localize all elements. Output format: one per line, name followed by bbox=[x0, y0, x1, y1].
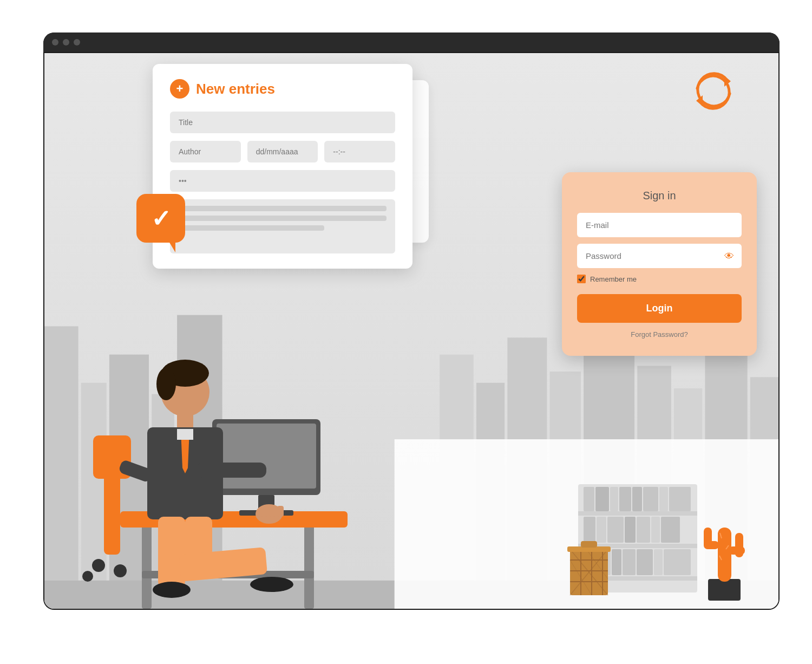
check-bubble: ✓ bbox=[136, 194, 185, 243]
svg-rect-57 bbox=[632, 487, 642, 511]
new-entries-title: New entries bbox=[196, 81, 275, 97]
remember-label: Remember me bbox=[590, 275, 637, 283]
svg-rect-35 bbox=[196, 463, 266, 478]
svg-rect-0 bbox=[44, 326, 78, 609]
password-signin-input[interactable] bbox=[577, 244, 742, 268]
svg-rect-56 bbox=[619, 487, 631, 511]
author-date-row bbox=[170, 141, 395, 162]
eye-icon[interactable]: 👁 bbox=[724, 250, 734, 262]
browser-content: + New entries bbox=[44, 53, 778, 609]
signin-title: Sign in bbox=[577, 190, 742, 202]
svg-rect-55 bbox=[610, 487, 618, 511]
svg-rect-38 bbox=[269, 505, 276, 517]
browser-dot-3 bbox=[74, 39, 80, 45]
trash-illustration bbox=[562, 533, 616, 603]
browser-dot-2 bbox=[63, 39, 69, 45]
svg-rect-39 bbox=[277, 506, 284, 517]
svg-rect-66 bbox=[651, 517, 660, 543]
svg-rect-64 bbox=[625, 517, 636, 543]
svg-rect-21 bbox=[304, 522, 314, 609]
svg-rect-72 bbox=[637, 549, 653, 575]
sync-icon-container bbox=[692, 69, 735, 115]
browser-titlebar bbox=[43, 32, 780, 52]
svg-rect-20 bbox=[142, 522, 152, 609]
svg-rect-59 bbox=[659, 487, 668, 511]
svg-rect-50 bbox=[578, 511, 697, 516]
svg-point-44 bbox=[153, 582, 191, 598]
author-input[interactable] bbox=[170, 141, 241, 162]
svg-rect-25 bbox=[217, 424, 316, 489]
check-icon: ✓ bbox=[151, 205, 171, 232]
svg-rect-58 bbox=[643, 487, 658, 511]
title-input[interactable] bbox=[170, 112, 395, 133]
browser-frame: + New entries bbox=[43, 32, 780, 610]
remember-row: Remember me bbox=[577, 275, 742, 283]
svg-point-30 bbox=[156, 368, 176, 400]
svg-point-46 bbox=[92, 559, 105, 572]
svg-rect-75 bbox=[708, 579, 741, 601]
content-line-1 bbox=[179, 206, 387, 211]
svg-rect-73 bbox=[654, 549, 663, 575]
email-input[interactable] bbox=[577, 213, 742, 237]
svg-rect-67 bbox=[661, 517, 680, 543]
svg-rect-71 bbox=[623, 549, 636, 575]
svg-rect-60 bbox=[669, 487, 691, 511]
svg-point-45 bbox=[250, 577, 293, 592]
svg-rect-53 bbox=[584, 487, 594, 511]
forgot-password-link[interactable]: Forgot Password? bbox=[577, 330, 742, 338]
svg-rect-34 bbox=[177, 429, 193, 440]
svg-rect-80 bbox=[735, 533, 743, 557]
password-wrapper: 👁 bbox=[577, 244, 742, 268]
signin-card: Sign in 👁 Remember me Login Forgot Passw… bbox=[562, 172, 757, 356]
svg-rect-65 bbox=[637, 517, 650, 543]
person-illustration bbox=[77, 230, 402, 609]
browser-dot-1 bbox=[52, 39, 58, 45]
svg-point-48 bbox=[82, 571, 93, 582]
svg-rect-76 bbox=[718, 528, 731, 582]
content-line-2 bbox=[179, 216, 387, 221]
svg-rect-74 bbox=[664, 549, 691, 575]
card-header: + New entries bbox=[170, 79, 395, 99]
svg-rect-96 bbox=[581, 541, 597, 548]
sync-icon bbox=[692, 69, 735, 113]
svg-rect-78 bbox=[704, 528, 712, 549]
time-input[interactable] bbox=[324, 141, 395, 162]
remember-checkbox[interactable] bbox=[577, 275, 586, 283]
login-button[interactable]: Login bbox=[577, 294, 742, 323]
password-input[interactable] bbox=[170, 170, 395, 192]
plus-icon: + bbox=[170, 79, 189, 99]
svg-point-47 bbox=[114, 564, 127, 577]
date-input[interactable] bbox=[247, 141, 318, 162]
svg-rect-54 bbox=[595, 487, 609, 511]
cactus-illustration bbox=[692, 495, 757, 603]
scene: + New entries bbox=[0, 0, 812, 664]
svg-rect-37 bbox=[261, 506, 267, 517]
